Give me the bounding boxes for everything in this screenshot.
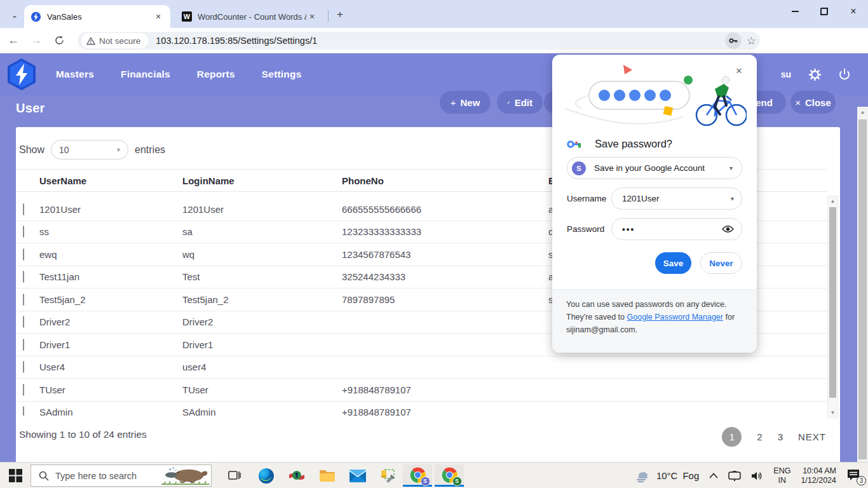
edit-button[interactable]: Edit — [497, 91, 543, 114]
forward-button[interactable]: → — [27, 31, 46, 50]
tray-expand-icon[interactable] — [709, 473, 718, 478]
never-button[interactable]: Never — [700, 252, 742, 274]
row-checkbox[interactable] — [23, 406, 24, 416]
cell-username: 1201User — [39, 204, 182, 215]
username-field[interactable]: 1201User ▾ — [611, 187, 742, 210]
vansales-favicon-icon — [31, 11, 41, 22]
tab-wordcounter[interactable]: W WordCounter - Count Words & × — [175, 5, 324, 28]
send-button-label: end — [756, 97, 773, 108]
tab-search-caret-icon[interactable]: ⌄ — [6, 6, 23, 23]
row-checkbox[interactable] — [23, 203, 24, 215]
bookmark-star-icon[interactable]: ☆ — [747, 34, 756, 48]
row-checkbox[interactable] — [23, 316, 24, 328]
account-select[interactable]: S Save in your Google Account ▾ — [567, 157, 742, 179]
password-field[interactable]: ••• — [611, 218, 742, 240]
scroll-up-icon[interactable]: ▲ — [828, 198, 837, 204]
nav-item-financials[interactable]: Financials — [121, 69, 170, 80]
browser-scrollbar[interactable]: ▲ ▼ — [857, 107, 868, 488]
chrome-window-1-button[interactable]: S — [403, 464, 432, 487]
eye-icon[interactable] — [722, 225, 734, 233]
pagination-page-2[interactable]: 2 — [757, 431, 762, 442]
col-header-loginname[interactable]: LoginName — [182, 175, 342, 186]
edge-taskbar-button[interactable] — [252, 464, 281, 487]
close-icon: × — [795, 97, 801, 108]
username-value: 1201User — [622, 194, 731, 203]
cell-username: Test5jan_2 — [39, 294, 182, 305]
edit-button-label: Edit — [515, 97, 532, 108]
dev-tool-button[interactable] — [374, 464, 403, 487]
start-button[interactable] — [9, 469, 22, 482]
scroll-down-icon[interactable]: ▼ — [828, 410, 837, 416]
pagination-page-1[interactable]: 1 — [722, 427, 742, 447]
address-bar[interactable]: Not secure 103.120.178.195:85/Settings/S… — [78, 32, 760, 50]
minimize-icon — [792, 11, 799, 12]
dialog-title: Save password? — [595, 138, 672, 150]
col-header-username[interactable]: UserName — [39, 175, 182, 186]
browser-toolbar: ← → Not secure 103.120.178.195:85/Settin… — [0, 28, 868, 53]
window-close-button[interactable]: × — [839, 0, 868, 23]
clock[interactable]: 10:04 AM 1/12/2024 — [801, 466, 836, 485]
security-chip[interactable]: Not secure — [81, 33, 148, 48]
row-checkbox[interactable] — [23, 271, 24, 283]
nav-item-reports[interactable]: Reports — [197, 69, 235, 80]
reload-button[interactable] — [50, 31, 69, 50]
power-icon[interactable] — [839, 69, 850, 80]
app-logo-icon[interactable] — [6, 58, 37, 91]
col-header-phoneno[interactable]: PhoneNo — [342, 175, 548, 186]
row-checkbox[interactable] — [23, 294, 24, 306]
pagination-page-3[interactable]: 3 — [778, 431, 783, 442]
pagination-next[interactable]: NEXT — [798, 431, 826, 442]
account-avatar: S — [572, 161, 586, 175]
cell-loginname: SAdmin — [182, 407, 342, 416]
language-indicator[interactable]: ENG IN — [773, 466, 790, 485]
tab-close-icon[interactable]: × — [153, 11, 164, 22]
password-key-button[interactable] — [725, 32, 742, 49]
dialog-close-icon[interactable]: × — [733, 65, 745, 78]
new-button[interactable]: + New — [440, 91, 491, 114]
google-password-manager-link[interactable]: Google Password Manager — [627, 313, 723, 322]
window-minimize-button[interactable] — [780, 0, 810, 23]
action-center-button[interactable]: 3 — [846, 469, 862, 483]
folder-icon — [319, 469, 336, 483]
tab-close-icon[interactable]: × — [306, 11, 318, 22]
nav-item-settings[interactable]: Settings — [262, 69, 302, 80]
search-highlight-platypus-image[interactable] — [161, 466, 210, 485]
entries-select[interactable]: 10 ▾ — [51, 140, 128, 159]
back-button[interactable]: ← — [4, 31, 23, 50]
task-view-button[interactable] — [220, 464, 249, 487]
logged-in-user-label[interactable]: su — [781, 69, 791, 79]
scroll-up-icon[interactable]: ▲ — [857, 109, 868, 115]
window-restore-button[interactable] — [810, 0, 839, 23]
mail-icon — [349, 470, 366, 482]
file-explorer-button[interactable] — [313, 464, 342, 487]
new-tab-button[interactable]: + — [333, 8, 347, 22]
cell-loginname: user4 — [182, 362, 342, 372]
cast-screen-icon[interactable] — [728, 471, 741, 481]
row-checkbox[interactable] — [23, 226, 24, 238]
username-label: Username — [567, 194, 606, 203]
volume-icon[interactable] — [751, 471, 763, 481]
account-select-value: Save in your Google Account — [594, 163, 729, 173]
browser-scrollbar-thumb[interactable] — [858, 119, 867, 459]
close-button[interactable]: × Close — [790, 91, 836, 114]
cell-loginname: Driver2 — [182, 316, 342, 327]
row-checkbox[interactable] — [23, 248, 24, 261]
row-checkbox[interactable] — [23, 384, 24, 396]
tab-vansales[interactable]: VanSales × — [24, 5, 170, 28]
gear-icon[interactable] — [809, 69, 821, 81]
mail-app-button[interactable] — [343, 464, 372, 487]
stamp-app-button[interactable] — [282, 464, 311, 487]
tab-separator — [328, 10, 329, 22]
row-checkbox[interactable] — [23, 361, 24, 373]
security-label: Not secure — [99, 36, 140, 46]
cell-username: SAdmin — [39, 407, 182, 416]
table-scrollbar-thumb[interactable] — [829, 207, 836, 398]
chrome-window-2-button[interactable]: S — [435, 464, 464, 487]
nav-item-masters[interactable]: Masters — [56, 69, 94, 80]
app-nav-right: su — [781, 53, 850, 95]
table-scrollbar[interactable]: ▲ ▼ — [827, 196, 838, 418]
row-checkbox[interactable] — [23, 339, 24, 351]
save-button[interactable]: Save — [655, 252, 691, 274]
taskbar-search-box[interactable]: Type here to search — [31, 464, 212, 487]
weather-widget[interactable]: 10°C Fog — [635, 470, 699, 482]
